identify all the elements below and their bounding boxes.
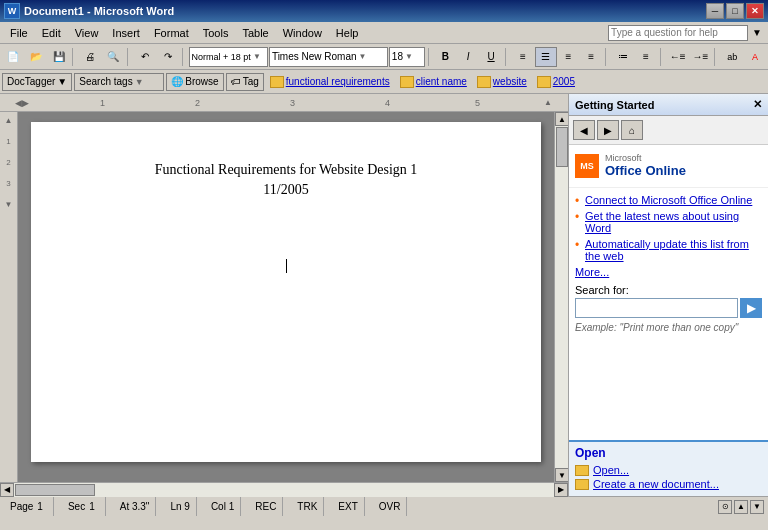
align-right-button[interactable]: ≡ (558, 47, 580, 67)
gs-link-2[interactable]: Get the latest news about using Word (575, 210, 762, 234)
highlight-button[interactable]: ab (721, 47, 743, 67)
scroll-down-button[interactable]: ▼ (555, 468, 569, 482)
scroll-left-button[interactable]: ◀ (0, 483, 14, 497)
tag-button[interactable]: 🏷 Tag (226, 73, 264, 91)
help-search-input[interactable] (608, 25, 748, 41)
help-search-arrow[interactable]: ▼ (750, 27, 764, 38)
justify-button[interactable]: ≡ (580, 47, 602, 67)
open-folder-icon (575, 465, 589, 476)
gs-home-button[interactable]: ⌂ (621, 120, 643, 140)
menu-window[interactable]: Window (277, 25, 328, 41)
scroll-thumb[interactable] (556, 127, 568, 167)
menu-table[interactable]: Table (236, 25, 274, 41)
bold-button[interactable]: B (435, 47, 457, 67)
document-page[interactable]: Functional Requirements for Website Desi… (31, 122, 541, 462)
scroll-right-button[interactable]: ▶ (554, 483, 568, 497)
new-button[interactable]: 📄 (2, 47, 24, 67)
folder-icon-2 (400, 76, 414, 88)
status-position: At 3.3" (114, 497, 157, 516)
menu-file[interactable]: File (4, 25, 34, 41)
scroll-track[interactable] (555, 126, 568, 468)
scroll-up-button[interactable]: ▲ (555, 112, 569, 126)
open-button[interactable]: 📂 (25, 47, 47, 67)
gs-create-link[interactable]: Create a new document... (575, 478, 762, 490)
underline-button[interactable]: U (480, 47, 502, 67)
gs-content-area: Connect to Microsoft Office Online Get t… (569, 188, 768, 440)
menu-edit[interactable]: Edit (36, 25, 67, 41)
vertical-scrollbar[interactable]: ▲ ▼ (554, 112, 568, 482)
maximize-button[interactable]: □ (726, 3, 744, 19)
prev-page-button[interactable]: ▲ (734, 500, 748, 514)
align-center-button[interactable]: ☰ (535, 47, 557, 67)
status-rec: REC (249, 497, 283, 516)
gs-link-3[interactable]: Automatically update this list from the … (575, 238, 762, 262)
style-dropdown[interactable]: Normal + 18 pt ▼ (189, 47, 268, 67)
getting-started-close[interactable]: ✕ (753, 98, 762, 111)
help-search-box: ▼ (608, 25, 764, 41)
browse-button[interactable]: 🌐 Browse (166, 73, 223, 91)
gs-open-link[interactable]: Open... (575, 464, 762, 476)
getting-started-title: Getting Started (575, 99, 654, 111)
doctagger-bar: DocTagger ▼ Search tags ▼ 🌐 Browse 🏷 Tag… (0, 70, 768, 94)
search-tags-box[interactable]: Search tags ▼ (74, 73, 164, 91)
menu-insert[interactable]: Insert (106, 25, 146, 41)
save-button[interactable]: 💾 (48, 47, 70, 67)
status-col: Col 1 (205, 497, 241, 516)
gs-more-link[interactable]: More... (575, 266, 762, 278)
redo-button[interactable]: ↷ (157, 47, 179, 67)
menu-view[interactable]: View (69, 25, 105, 41)
functional-req-link[interactable]: functional requirements (266, 73, 394, 91)
gs-search-label: Search for: (575, 284, 762, 296)
indent-increase-button[interactable]: →≡ (690, 47, 712, 67)
h-scroll-thumb[interactable] (15, 484, 95, 496)
menu-help[interactable]: Help (330, 25, 365, 41)
gs-link-1[interactable]: Connect to Microsoft Office Online (575, 194, 762, 206)
preview-button[interactable]: 🔍 (102, 47, 124, 67)
italic-button[interactable]: I (457, 47, 479, 67)
undo-button[interactable]: ↶ (134, 47, 156, 67)
2005-link[interactable]: 2005 (533, 73, 579, 91)
getting-started-header: Getting Started ✕ (569, 94, 768, 116)
folder-icon-1 (270, 76, 284, 88)
align-left-button[interactable]: ≡ (512, 47, 534, 67)
menu-bar: File Edit View Insert Format Tools Table… (0, 22, 768, 44)
close-window-button[interactable]: ✕ (746, 3, 764, 19)
document-area: ◀▶ 1 2 3 4 5 ▲ ▲ 1 2 3 ▼ Functional Requ… (0, 94, 568, 496)
document-scroll-area[interactable]: Functional Requirements for Website Desi… (18, 112, 554, 482)
create-folder-icon (575, 479, 589, 490)
gs-forward-button[interactable]: ▶ (597, 120, 619, 140)
nav-target-button[interactable]: ⊙ (718, 500, 732, 514)
status-sec: Sec 1 (62, 497, 106, 516)
ms-label: Microsoft (605, 153, 686, 163)
horizontal-ruler: ◀▶ 1 2 3 4 5 ▲ (0, 94, 568, 112)
fontsize-dropdown-arrow: ▼ (405, 52, 413, 61)
numbering-button[interactable]: ≔ (612, 47, 634, 67)
next-page-button[interactable]: ▼ (750, 500, 764, 514)
toolbar-sep-3 (182, 48, 186, 66)
style-dropdown-arrow: ▼ (253, 52, 261, 61)
gs-back-button[interactable]: ◀ (573, 120, 595, 140)
client-name-link[interactable]: client name (396, 73, 471, 91)
website-link[interactable]: website (473, 73, 531, 91)
indent-decrease-button[interactable]: ←≡ (667, 47, 689, 67)
bullets-button[interactable]: ≡ (635, 47, 657, 67)
horizontal-scrollbar[interactable]: ◀ ▶ (0, 482, 568, 496)
menu-format[interactable]: Format (148, 25, 195, 41)
gs-search-go-button[interactable]: ▶ (740, 298, 762, 318)
gs-search-input[interactable] (575, 298, 738, 318)
status-bar: Page 1 Sec 1 At 3.3" Ln 9 Col 1 REC TRK … (0, 496, 768, 516)
folder-icon-3 (477, 76, 491, 88)
h-scroll-track[interactable] (14, 483, 554, 497)
font-dropdown[interactable]: Times New Roman ▼ (269, 47, 388, 67)
window-title: Document1 - Microsoft Word (24, 5, 174, 17)
ruler-mark-2: 2 (195, 98, 200, 108)
minimize-button[interactable]: ─ (706, 3, 724, 19)
ruler-mark-5: 5 (475, 98, 480, 108)
print-button[interactable]: 🖨 (79, 47, 101, 67)
menu-tools[interactable]: Tools (197, 25, 235, 41)
ms-logo-icon: MS (575, 154, 599, 178)
fontsize-dropdown[interactable]: 18 ▼ (389, 47, 425, 67)
doctagger-label[interactable]: DocTagger ▼ (2, 73, 72, 91)
standard-toolbar: 📄 📂 💾 🖨 🔍 ↶ ↷ Normal + 18 pt ▼ Times New… (0, 44, 768, 70)
font-color-button[interactable]: A (744, 47, 766, 67)
